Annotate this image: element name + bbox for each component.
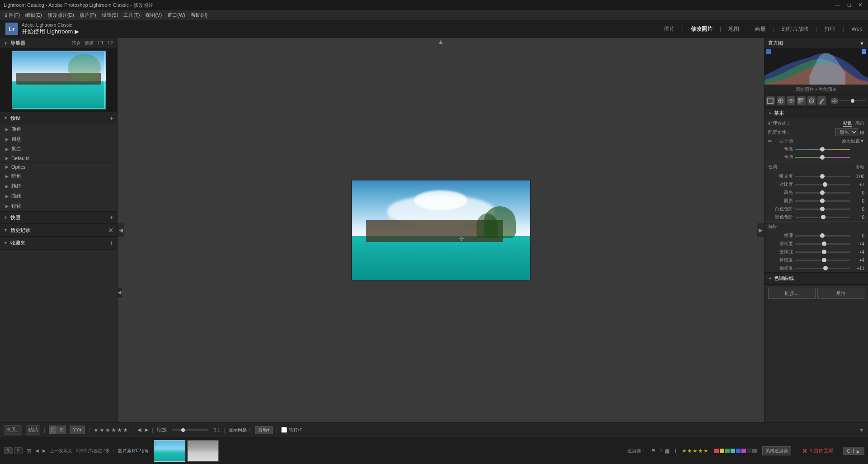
filmstrip-thumb-2[interactable]: 2 <box>187 440 219 462</box>
filmstrip-thumb-1[interactable]: 1 <box>154 440 185 462</box>
paste-button[interactable]: 粘贴 <box>26 425 40 435</box>
crop-tool[interactable] <box>766 96 775 105</box>
preset-group-optics-header[interactable]: Optics <box>0 163 117 171</box>
preset-group-vignette-header[interactable]: 暗角 <box>0 171 117 181</box>
main-photo[interactable]: ✛ <box>352 180 530 280</box>
minimize-button[interactable]: — <box>833 2 842 8</box>
histogram-header[interactable]: 直方图 ▼ <box>764 38 868 48</box>
ch-button[interactable]: CH ▲ <box>843 447 864 455</box>
collections-collapse-icon[interactable]: ▼ <box>4 241 8 245</box>
module-develop[interactable]: 修改照片 <box>691 25 712 33</box>
filmstrip-tab-2[interactable]: 2 <box>14 447 23 454</box>
zoom-toggle[interactable]: 缩放 <box>157 426 167 433</box>
top-panel-toggle[interactable]: ▲ <box>438 38 444 45</box>
filmstrip-prev[interactable]: ◀ <box>35 448 39 453</box>
chip-yellow[interactable] <box>720 449 724 453</box>
zoom-1-1[interactable]: 1:1 <box>97 40 104 47</box>
module-web[interactable]: Web <box>852 26 863 32</box>
chip-blue[interactable] <box>736 449 741 453</box>
wb-value[interactable]: 原照设置▼ <box>842 138 864 144</box>
tone-curve-collapse-icon[interactable]: ▼ <box>768 276 772 281</box>
chip-dark[interactable] <box>747 449 751 453</box>
reset-button[interactable]: 复位 <box>817 288 865 299</box>
heal-tool[interactable] <box>777 96 785 105</box>
nav-prev-button[interactable]: ◀ <box>137 427 141 433</box>
blacks-slider[interactable] <box>795 217 850 218</box>
exposure-slider[interactable] <box>795 176 850 177</box>
wb-eyedropper-icon[interactable]: ✏ <box>768 138 772 144</box>
zoom-fit[interactable]: 适合 <box>72 40 81 47</box>
zoom-1-2[interactable]: 1:2 <box>107 40 113 47</box>
menu-settings[interactable]: 设置(S) <box>102 12 118 19</box>
wb-picker-small[interactable] <box>774 139 778 143</box>
menu-tools[interactable]: 工具(T) <box>123 12 140 19</box>
chip-dark2[interactable] <box>752 449 757 453</box>
auto-button[interactable]: 自动▾ <box>255 426 273 434</box>
history-close-button[interactable]: ✕ <box>108 227 113 234</box>
single-view-button[interactable]: □ <box>49 426 57 434</box>
gradient-tool[interactable] <box>797 96 806 105</box>
clarity-slider[interactable] <box>795 243 850 245</box>
develop-slider[interactable] <box>839 100 866 101</box>
whites-slider[interactable] <box>795 208 850 210</box>
collections-add-button[interactable]: + <box>110 239 113 246</box>
navigator-header[interactable]: ▼ 导航器 适合 填满 1:1 1:2 <box>0 38 117 48</box>
range-mask-icon[interactable] <box>831 98 838 104</box>
preset-group-grain-header[interactable]: 颗粒 <box>0 181 117 191</box>
filmstrip-grid-icon[interactable]: ⊞ <box>26 447 32 455</box>
module-library[interactable]: 图库 <box>664 25 675 33</box>
yy-dropdown[interactable]: YY▾ <box>70 426 85 434</box>
chip-cyan[interactable] <box>731 449 735 453</box>
texture-slider[interactable] <box>795 235 850 237</box>
zoom-fill[interactable]: 填满 <box>85 40 94 47</box>
histogram-collapse-icon[interactable]: ▼ <box>859 41 864 46</box>
app-mode[interactable]: 开始使用 Lightroom ▶ <box>22 28 79 36</box>
right-panel-collapse[interactable]: ▶ <box>757 223 764 237</box>
saturation-slider[interactable] <box>795 268 850 269</box>
close-button[interactable]: ✕ <box>856 2 864 8</box>
basic-collapse-icon[interactable]: ▼ <box>768 111 772 116</box>
zoom-options[interactable]: 适合 填满 1:1 1:2 <box>72 40 113 47</box>
chip-red[interactable] <box>714 449 719 453</box>
copy-button[interactable]: 拷贝... <box>4 425 22 435</box>
module-print[interactable]: 打印 <box>825 25 835 33</box>
brush-tool[interactable] <box>817 96 826 105</box>
filmstrip-next[interactable]: ▶ <box>42 448 46 453</box>
menu-develop[interactable]: 修改照片(D) <box>47 12 74 19</box>
filter-unflag-icon[interactable]: ▦ <box>665 448 670 454</box>
snapshots-header[interactable]: ▼ 快照 + <box>0 212 117 224</box>
filter-stars[interactable]: ★★★★★ <box>682 448 709 454</box>
filmstrip-expand[interactable]: ▼ <box>859 427 864 433</box>
menu-window[interactable]: 窗口(W) <box>167 12 185 19</box>
zoom-slider[interactable] <box>172 429 208 431</box>
highlights-slider[interactable] <box>795 192 850 194</box>
preset-group-sharpen-header[interactable]: 锐化 <box>0 201 117 211</box>
radial-tool[interactable] <box>807 96 816 105</box>
presets-header[interactable]: ▼ 预设 + <box>0 112 117 124</box>
preset-group-color-header[interactable]: 颜色 <box>0 124 117 134</box>
preset-group-defaults-header[interactable]: Defaults <box>0 154 117 162</box>
presets-collapse-icon[interactable]: ▼ <box>4 116 8 120</box>
preset-group-bw-header[interactable]: 果白 <box>0 144 117 154</box>
module-slideshow[interactable]: 幻灯片放映 <box>782 25 809 33</box>
nav-next-button[interactable]: ▶ <box>145 427 148 433</box>
menu-edit[interactable]: 编辑(E) <box>25 12 42 19</box>
module-book[interactable]: 画册 <box>755 25 766 33</box>
close-filter-button[interactable]: 关闭过滤器 <box>762 446 791 455</box>
filter-reject-icon[interactable]: ⚐ <box>658 448 663 454</box>
navigator-collapse-icon[interactable]: ▼ <box>4 41 8 46</box>
profile-select[interactable]: 颜色 <box>835 128 858 136</box>
process-color[interactable]: 彩色 <box>843 120 852 127</box>
menu-photo[interactable]: 照片(P) <box>80 12 96 19</box>
window-controls[interactable]: — □ ✕ <box>833 2 864 8</box>
auto-tone-button[interactable]: 自动 <box>855 164 864 170</box>
menu-help[interactable]: 帮助(H) <box>191 12 208 19</box>
tint-slider[interactable] <box>795 157 850 158</box>
tone-curve-header[interactable]: ▼ 色调曲线 <box>764 273 868 284</box>
dehaze-slider[interactable] <box>795 251 850 253</box>
vibrance-slider[interactable] <box>795 260 850 261</box>
redeye-tool[interactable] <box>787 96 795 105</box>
menu-view[interactable]: 视图(V) <box>145 12 162 19</box>
profile-browse-icon[interactable]: ⊞ <box>860 129 864 136</box>
preset-group-curves-header[interactable]: 曲线 <box>0 191 117 201</box>
